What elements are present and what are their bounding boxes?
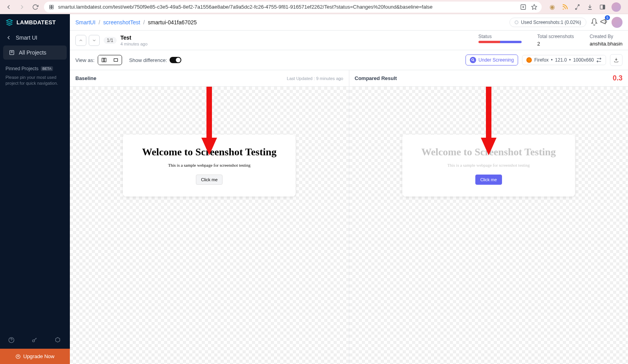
svg-rect-15 <box>102 58 104 62</box>
panels-header: Baseline Last Updated : 9 minutes ago Co… <box>70 70 628 87</box>
browser-info-pill[interactable]: Firefox • 121.0 • 1000x660 <box>522 55 606 65</box>
notifications-button[interactable]: 5 <box>590 18 608 27</box>
beta-badge: BETA <box>41 66 53 71</box>
upgrade-label: Upgrade Now <box>23 353 55 359</box>
notif-badge: 5 <box>605 15 610 20</box>
swap-icon <box>596 57 602 63</box>
test-header: 1/1 Test 4 minutes ago Status Total scre… <box>70 31 628 50</box>
magnify-icon <box>470 57 476 63</box>
panel-icon[interactable] <box>599 4 606 11</box>
brand-text: LAMBDATEST <box>16 19 56 25</box>
test-time: 4 minutes ago <box>120 42 148 46</box>
forward-button[interactable] <box>17 2 27 12</box>
svg-point-18 <box>472 59 474 61</box>
view-as-label: View as: <box>75 57 95 63</box>
help-icon[interactable] <box>8 337 15 344</box>
breadcrumb-root[interactable]: SmartUI <box>75 19 95 25</box>
comparison-panels: Welcome to Screenshot Testing This is a … <box>70 87 628 364</box>
svg-rect-7 <box>603 5 605 9</box>
rss-icon[interactable] <box>561 4 568 11</box>
baseline-panel[interactable]: Welcome to Screenshot Testing This is a … <box>70 87 349 364</box>
svg-rect-17 <box>114 59 117 62</box>
pinned-hint: Please pin your most used project for qu… <box>5 75 64 87</box>
back-button[interactable] <box>4 2 13 12</box>
sample-button: Click me <box>196 175 223 185</box>
browser-name: Firefox <box>534 57 549 63</box>
compare-toolbar: View as: Show difference: Under Screenin… <box>70 50 628 70</box>
diff-toggle[interactable] <box>170 57 181 63</box>
key-icon[interactable] <box>31 337 38 344</box>
sidebar-item-smartui[interactable]: Smart UI <box>0 31 70 45</box>
puzzle-icon[interactable] <box>574 4 581 11</box>
sidebar-item-label: Smart UI <box>16 35 37 41</box>
sidebar-item-allprojects[interactable]: All Projects <box>3 46 67 60</box>
status-bar <box>478 41 522 43</box>
extension-icons: ◉ <box>546 2 624 12</box>
install-icon[interactable] <box>520 4 527 11</box>
view-mode-segment <box>98 55 122 65</box>
firefox-icon <box>526 57 532 63</box>
next-test-button[interactable] <box>89 35 100 46</box>
test-counter: 1/1 <box>104 37 117 44</box>
baseline-title: Baseline <box>75 75 96 81</box>
compared-title: Compared Result <box>355 75 397 81</box>
download-icon[interactable] <box>586 4 593 11</box>
ext-icon-1[interactable]: ◉ <box>549 4 556 11</box>
prev-test-button[interactable] <box>75 35 86 46</box>
download-button[interactable] <box>610 54 623 66</box>
svg-marker-21 <box>201 138 217 155</box>
diff-percentage: 0.3 <box>613 74 623 82</box>
browser-version: 121.0 <box>555 57 567 63</box>
usage-text: Used Screenshots:1 (0.02%) <box>521 20 581 25</box>
site-info-icon[interactable] <box>48 4 55 11</box>
total-label: Total screenshots <box>537 34 574 39</box>
test-name: Test <box>120 35 148 41</box>
breadcrumb-current: smartui-041fa67025 <box>148 19 197 25</box>
browser-toolbar: smartui.lambdatest.com/test/web/750f9e85… <box>0 0 628 14</box>
annotation-arrow-icon <box>479 87 498 157</box>
svg-rect-16 <box>104 58 106 62</box>
svg-line-19 <box>473 60 474 61</box>
svg-rect-1 <box>52 5 53 7</box>
sample-subtitle: This is a sample webpage for screenshot … <box>131 163 288 167</box>
user-avatar[interactable] <box>612 17 623 28</box>
svg-marker-23 <box>481 138 497 155</box>
sidebar-item-label: All Projects <box>19 49 46 56</box>
screening-label: Under Screening <box>478 57 514 63</box>
created-label: Created By <box>590 34 623 39</box>
pinned-title: Pinned Projects <box>5 66 38 71</box>
sample-subtitle: This is a sample webpage for screenshot … <box>410 163 567 167</box>
sample-button: Click me <box>475 175 502 185</box>
breadcrumb-project[interactable]: screenshotTest <box>103 19 140 25</box>
created-value: anshita.bhasin <box>590 41 623 47</box>
reload-button[interactable] <box>31 2 40 12</box>
baseline-updated: Last Updated : 9 minutes ago <box>287 76 343 81</box>
bookmark-star-icon[interactable] <box>531 4 538 11</box>
svg-rect-2 <box>49 7 51 9</box>
total-value: 2 <box>537 41 574 47</box>
svg-point-12 <box>33 340 35 342</box>
upgrade-button[interactable]: Upgrade Now <box>0 349 70 364</box>
app-icon[interactable] <box>55 337 62 344</box>
view-single-button[interactable] <box>110 55 122 65</box>
breadcrumb: SmartUI / screenshotTest / smartui-041fa… <box>75 19 197 25</box>
usage-pill[interactable]: Used Screenshots:1 (0.02%) <box>509 18 586 27</box>
annotation-arrow-icon <box>199 87 219 157</box>
svg-rect-3 <box>52 7 53 9</box>
diff-label: Show difference: <box>129 57 167 63</box>
resolution: 1000x660 <box>573 57 594 63</box>
main-area: SmartUI / screenshotTest / smartui-041fa… <box>70 14 628 364</box>
sidebar-bottom-icons <box>0 332 70 349</box>
under-screening-button[interactable]: Under Screening <box>466 55 518 66</box>
brand-logo[interactable]: LAMBDATEST <box>0 14 70 31</box>
status-label: Status <box>478 34 522 39</box>
url-bar[interactable]: smartui.lambdatest.com/test/web/750f9e85… <box>44 2 542 13</box>
svg-rect-0 <box>49 5 51 7</box>
view-split-button[interactable] <box>98 55 110 65</box>
usage-dot-icon <box>515 20 518 24</box>
url-text: smartui.lambdatest.com/test/web/750f9e85… <box>58 4 433 10</box>
profile-avatar-icon[interactable] <box>612 2 621 12</box>
sidebar: LAMBDATEST Smart UI All Projects Pinned … <box>0 14 70 364</box>
compared-panel[interactable]: Welcome to Screenshot Testing This is a … <box>349 87 628 364</box>
svg-marker-5 <box>531 4 537 9</box>
